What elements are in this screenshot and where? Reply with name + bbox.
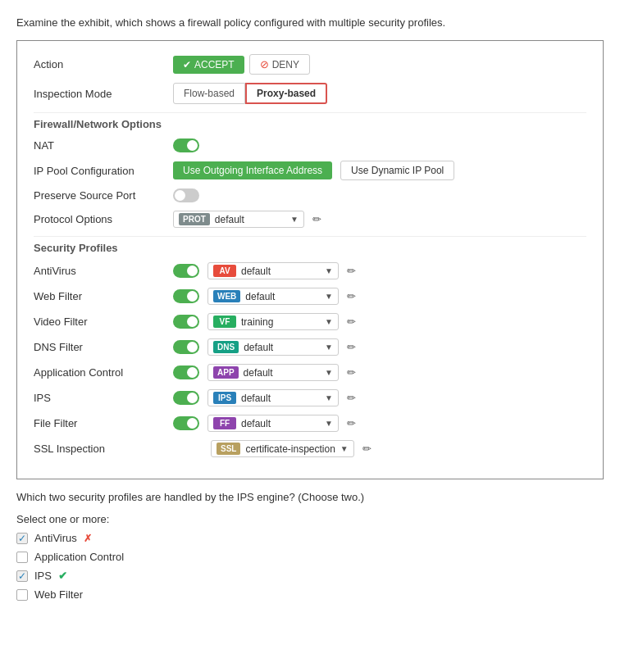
protocol-edit-icon[interactable]: ✏ [312,213,321,225]
protocol-value: default [215,214,285,225]
option-appcontrol: Application Control [16,551,604,563]
appcontrol-toggle[interactable] [173,366,199,379]
antivirus-toggle[interactable] [173,264,199,278]
option-ips: ✓ IPS ✔ [16,570,604,582]
appcontrol-label: Application Control [34,366,165,379]
antivirus-checkbox[interactable]: ✓ [16,533,28,544]
protocol-options-row: Protocol Options PROT default ▼ ✏ [34,211,586,228]
filefilter-label: File Filter [34,417,165,429]
preserve-source-row: Preserve Source Port [34,188,586,202]
ff-badge: FF [213,417,236,429]
exhibit-box: Action ✔ ACCEPT ⊘ DENY Inspection Mode F… [16,40,604,479]
protocol-dropdown-arrow: ▼ [290,215,299,224]
vf-edit-icon[interactable]: ✏ [347,316,356,328]
av-dropdown-arrow: ▼ [325,266,333,275]
ssl-select[interactable]: SSL certificate-inspection ▼ [211,440,354,457]
dns-edit-icon[interactable]: ✏ [347,341,356,353]
filefilter-select[interactable]: FF default ▼ [207,415,339,432]
webfilter-option-label: Web Filter [34,588,83,601]
use-outgoing-button[interactable]: Use Outgoing Interface Address [173,161,332,179]
videofilter-value: training [241,316,320,328]
antivirus-row: AntiVirus AV default ▼ ✏ [34,262,586,279]
videofilter-toggle[interactable] [173,315,199,329]
ips-badge: IPS [213,392,236,404]
ips-row: IPS IPS default ▼ ✏ [34,389,586,406]
ips-check-icon: ✓ [18,570,26,582]
appcontrol-value: default [244,367,321,379]
app-edit-icon[interactable]: ✏ [347,366,356,379]
ip-pool-row: IP Pool Configuration Use Outgoing Inter… [34,161,586,180]
webfilter-value: default [245,291,320,302]
webfilter-row: Web Filter WEB default ▼ ✏ [34,288,586,305]
ips-label: IPS [34,392,165,404]
antivirus-mark: ✗ [84,533,92,544]
vf-badge: VF [213,316,236,328]
app-badge: APP [213,366,239,379]
videofilter-row: Video Filter VF training ▼ ✏ [34,313,586,330]
deny-button[interactable]: ⊘ DENY [249,54,310,75]
deny-icon: ⊘ [260,58,269,70]
dnsfilter-label: DNS Filter [34,341,165,353]
dns-badge: DNS [213,341,239,353]
av-badge: AV [213,265,236,277]
accept-label: ACCEPT [194,59,235,70]
dnsfilter-toggle[interactable] [173,340,199,354]
vf-dropdown-arrow: ▼ [325,317,333,326]
nat-label: NAT [34,139,165,152]
action-label: Action [34,58,165,70]
ssl-edit-icon[interactable]: ✏ [362,443,372,455]
ff-dropdown-arrow: ▼ [325,419,333,428]
ips-value: default [241,393,320,404]
ips-select[interactable]: IPS default ▼ [207,389,339,406]
nat-toggle[interactable] [173,138,199,152]
ff-edit-icon[interactable]: ✏ [347,417,356,429]
appcontrol-checkbox[interactable] [16,552,28,563]
dns-dropdown-arrow: ▼ [325,343,333,352]
ssl-label: SSL Inspection [34,443,165,455]
use-dynamic-button[interactable]: Use Dynamic IP Pool [340,161,454,180]
dnsfilter-select[interactable]: DNS default ▼ [207,338,339,356]
antivirus-select[interactable]: AV default ▼ [207,262,339,279]
ips-mark: ✔ [58,570,67,582]
webfilter-toggle[interactable] [173,289,199,303]
av-edit-icon[interactable]: ✏ [347,265,356,277]
flow-based-button[interactable]: Flow-based [173,83,245,104]
preserve-source-label: Preserve Source Port [34,189,165,202]
webfilter-select[interactable]: WEB default ▼ [207,288,339,305]
action-row: Action ✔ ACCEPT ⊘ DENY [34,54,586,75]
ssl-row: SSL Inspection SSL certificate-inspectio… [34,440,586,457]
antivirus-label: AntiVirus [34,265,165,277]
ips-toggle[interactable] [173,391,199,405]
nat-row: NAT [34,138,586,152]
question-text: Which two security profiles are handled … [16,491,604,503]
videofilter-select[interactable]: VF training ▼ [207,313,339,330]
webfilter-label: Web Filter [34,290,165,302]
prot-badge: PROT [179,213,210,225]
dnsfilter-row: DNS Filter DNS default ▼ ✏ [34,338,586,356]
web-dropdown-arrow: ▼ [325,292,333,301]
web-edit-icon[interactable]: ✏ [347,290,356,302]
ip-pool-label: IP Pool Configuration [34,165,165,177]
protocol-options-label: Protocol Options [34,213,165,225]
ips-checkbox[interactable]: ✓ [16,570,28,582]
ips-edit-icon[interactable]: ✏ [347,392,356,404]
appcontrol-row: Application Control APP default ▼ ✏ [34,364,586,381]
option-webfilter: Web Filter [16,588,604,601]
antivirus-option-label: AntiVirus [34,532,77,544]
inspection-mode-label: Inspection Mode [34,88,165,100]
preserve-source-toggle[interactable] [173,188,199,202]
protocol-select[interactable]: PROT default ▼ [173,211,304,228]
webfilter-checkbox[interactable] [16,589,28,601]
filefilter-toggle[interactable] [173,416,199,430]
checkmark-icon: ✔ [183,59,191,70]
appcontrol-select[interactable]: APP default ▼ [207,364,339,381]
proxy-based-button[interactable]: Proxy-based [245,83,327,104]
accept-button[interactable]: ✔ ACCEPT [173,56,244,74]
dnsfilter-value: default [244,342,320,353]
option-antivirus: ✓ AntiVirus ✗ [16,532,604,544]
web-badge: WEB [213,290,240,302]
deny-label: DENY [272,59,299,70]
ssl-badge: SSL [217,443,240,455]
intro-text: Examine the exhibit, which shows a firew… [16,16,604,29]
security-section-header: Security Profiles [34,236,586,254]
